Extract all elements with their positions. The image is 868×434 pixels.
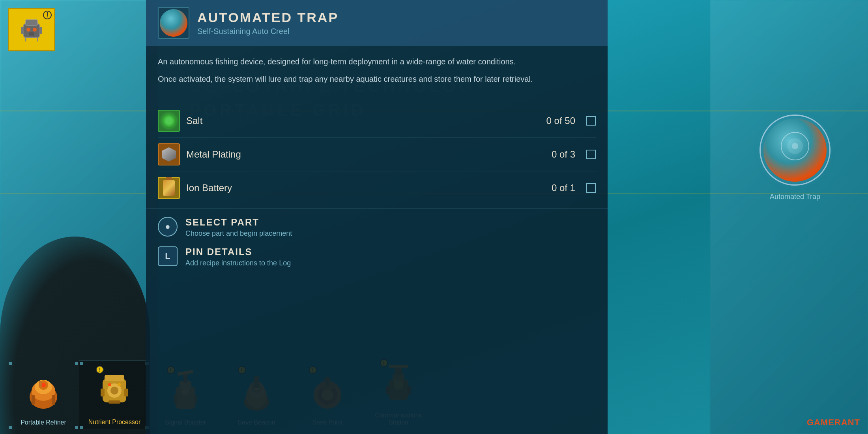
svg-rect-6	[39, 27, 42, 34]
right-item-automated-trap: Automated Trap	[756, 111, 834, 201]
select-part-desc: Choose part and begin placement	[185, 229, 596, 238]
portable-refiner-svg	[20, 367, 67, 415]
salt-checkbox	[586, 116, 596, 126]
svg-rect-23	[108, 400, 120, 404]
description-para-2: Once activated, the system will lure and…	[158, 73, 596, 85]
machine-icon	[18, 16, 45, 43]
select-part-title: SELECT PART	[185, 217, 596, 228]
nutrient-processor-svg	[91, 367, 138, 414]
salt-icon-bg	[158, 110, 180, 132]
ingredient-row-ion-battery: Ion Battery 0 of 1	[158, 171, 596, 205]
pin-details-desc: Add recipe instructions to the Log	[185, 259, 596, 267]
action-select-part[interactable]: ● SELECT PART Choose part and begin plac…	[158, 217, 596, 238]
ion-battery-name: Ion Battery	[186, 182, 545, 194]
ingredient-row-metal-plating: Metal Plating 0 of 3	[158, 138, 596, 171]
selection-circle	[760, 115, 831, 186]
select-part-key: ●	[158, 217, 178, 237]
svg-point-25	[118, 383, 121, 386]
salt-count: 0 of 50	[546, 115, 575, 126]
carousel-item-portable-refiner[interactable]: Portable Refiner	[8, 361, 79, 430]
svg-rect-1	[26, 20, 37, 25]
carousel-item-nutrient-processor[interactable]: ! Nutrient Processor	[79, 361, 150, 430]
gamerant-watermark: GAMERANT	[807, 417, 860, 428]
salt-icon	[162, 114, 176, 128]
metal-plating-icon	[162, 147, 176, 162]
gamerant-accent: RANT	[834, 417, 860, 427]
ion-battery-icon	[163, 180, 175, 196]
battery-icon-bg	[158, 177, 180, 199]
svg-rect-18	[105, 375, 124, 381]
portable-refiner-label: Portable Refiner	[21, 419, 66, 426]
nutrient-processor-img: !	[89, 365, 140, 416]
actions-section: ● SELECT PART Choose part and begin plac…	[146, 209, 608, 284]
panel-header-text: AUTOMATED TRAP Self-Sustaining Auto Cree…	[197, 10, 596, 36]
nutrient-processor-label: Nutrient Processor	[88, 419, 141, 426]
panel-header: AUTOMATED TRAP Self-Sustaining Auto Cree…	[146, 0, 608, 46]
svg-rect-14	[52, 395, 55, 405]
ion-battery-count: 0 of 1	[552, 182, 575, 194]
automated-trap-large-img	[756, 111, 834, 190]
automated-trap-header-img	[160, 9, 187, 37]
metal-icon-bg	[158, 143, 180, 165]
svg-point-3	[33, 28, 37, 32]
right-item-label: Automated Trap	[770, 193, 820, 201]
panel-header-icon	[158, 7, 189, 39]
svg-point-20	[110, 387, 118, 395]
top-left-exclamation: !	[43, 11, 52, 19]
ion-battery-checkbox	[586, 183, 596, 193]
panel-subtitle: Self-Sustaining Auto Creel	[197, 27, 596, 36]
svg-rect-21	[101, 389, 105, 396]
svg-rect-16	[39, 381, 42, 387]
metal-plating-name: Metal Plating	[186, 149, 545, 160]
svg-point-2	[26, 28, 30, 32]
pin-details-title: PIN DETAILS	[185, 246, 596, 257]
portable-refiner-img	[18, 365, 69, 417]
action-pin-details[interactable]: L PIN DETAILS Add recipe instructions to…	[158, 246, 596, 267]
svg-rect-4	[29, 32, 34, 36]
select-part-text: SELECT PART Choose part and begin placem…	[185, 217, 596, 238]
svg-point-24	[108, 383, 111, 386]
ingredient-row-salt: Salt 0 of 50	[158, 104, 596, 138]
top-left-item-icon: !	[8, 8, 55, 51]
nutrient-processor-exclamation: !	[96, 366, 104, 374]
svg-rect-13	[32, 395, 35, 405]
panel-title: AUTOMATED TRAP	[197, 10, 596, 25]
panel-description: An autonomous fishing device, designed f…	[146, 46, 608, 100]
pin-details-text: PIN DETAILS Add recipe instructions to t…	[185, 246, 596, 267]
gamerant-brand: GAME	[807, 417, 834, 427]
ingredients-section: Salt 0 of 50 Metal Plating 0 of 3 Ion Ba…	[146, 100, 608, 209]
metal-plating-count: 0 of 3	[552, 149, 575, 160]
salt-name: Salt	[186, 115, 540, 126]
right-panel: Automated Trap	[722, 0, 868, 434]
pin-details-key: L	[158, 246, 178, 266]
description-para-1: An autonomous fishing device, designed f…	[158, 56, 596, 68]
main-panel: AUTOMATED TRAP Self-Sustaining Auto Cree…	[146, 0, 608, 434]
svg-rect-5	[21, 27, 24, 34]
metal-plating-checkbox	[586, 150, 596, 159]
svg-rect-22	[124, 389, 128, 396]
